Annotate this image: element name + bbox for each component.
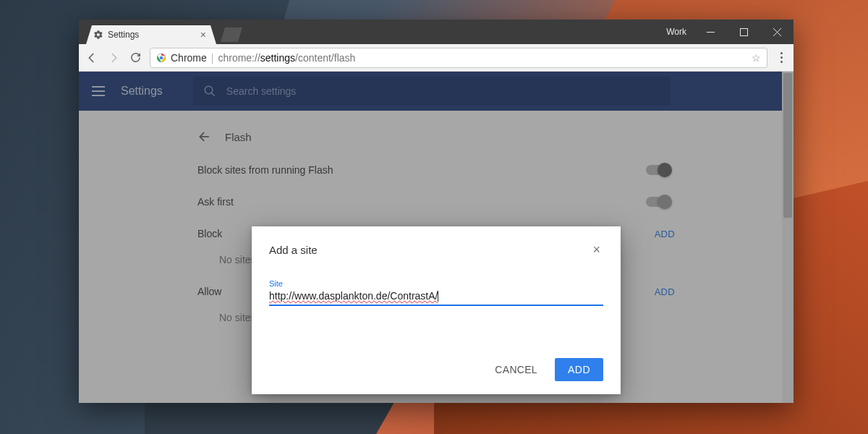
tab-title: Settings	[108, 30, 139, 40]
tab-strip: Settings ×	[79, 20, 666, 44]
address-bar[interactable]: Chrome | chrome://settings/content/flash…	[150, 48, 767, 68]
site-field-label: Site	[269, 279, 603, 288]
tab-close-icon[interactable]: ×	[197, 29, 209, 41]
browser-menu-button[interactable]	[775, 52, 788, 63]
new-tab-button[interactable]	[221, 27, 242, 42]
window-titlebar: Settings × Work	[79, 20, 793, 44]
dialog-header: Add a site ×	[269, 241, 603, 259]
url-scheme-label: Chrome	[171, 52, 207, 64]
browser-window: Settings × Work Chrome | chrome://settin…	[79, 20, 793, 403]
window-close-button[interactable]	[760, 20, 793, 44]
dialog-actions: CANCEL ADD	[269, 358, 603, 381]
url-path: /content/flash	[295, 52, 355, 64]
dialog-title: Add a site	[269, 244, 318, 256]
url-host: settings	[260, 52, 295, 64]
dialog-close-icon[interactable]: ×	[590, 241, 603, 259]
browser-tab-settings[interactable]: Settings ×	[86, 25, 216, 44]
site-input-value: http://www.dasplankton.de/ContrastA/	[269, 290, 438, 302]
text-caret	[438, 291, 438, 302]
omnibox-divider: |	[211, 52, 214, 64]
back-button[interactable]	[85, 51, 99, 65]
add-button[interactable]: ADD	[555, 358, 603, 381]
chrome-icon	[156, 53, 166, 63]
forward-button[interactable]	[106, 51, 121, 65]
cancel-button[interactable]: CANCEL	[485, 358, 548, 381]
profile-badge[interactable]: Work	[666, 27, 686, 37]
browser-toolbar: Chrome | chrome://settings/content/flash…	[79, 44, 793, 72]
svg-rect-0	[740, 28, 747, 35]
site-input-wrapper[interactable]: http://www.dasplankton.de/ContrastA/	[269, 289, 603, 306]
svg-point-2	[160, 56, 163, 59]
gear-icon	[93, 30, 103, 40]
bookmark-star-icon[interactable]: ☆	[752, 52, 761, 64]
reload-button[interactable]	[128, 51, 142, 65]
content-area: Settings Search settings Flash Block sit…	[79, 72, 793, 403]
window-maximize-button[interactable]	[727, 20, 760, 44]
url-prefix: chrome://	[218, 52, 260, 64]
window-minimize-button[interactable]	[694, 20, 727, 44]
add-site-dialog: Add a site × Site http://www.dasplankton…	[252, 226, 621, 394]
